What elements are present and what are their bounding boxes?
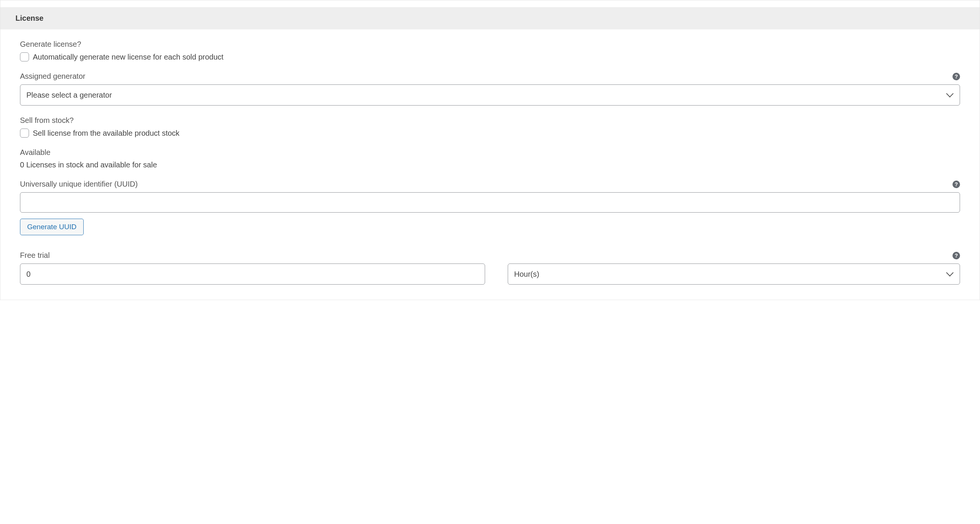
license-panel-header: License xyxy=(0,7,980,29)
uuid-input[interactable] xyxy=(20,192,960,213)
generate-license-checkbox-label: Automatically generate new license for e… xyxy=(33,53,224,61)
generate-license-row: Generate license? Automatically generate… xyxy=(20,40,960,61)
sell-from-stock-checkbox-label: Sell license from the available product … xyxy=(33,129,180,138)
sell-from-stock-label: Sell from stock? xyxy=(20,116,960,125)
generate-license-checkbox[interactable] xyxy=(20,53,29,61)
generate-uuid-row: Generate UUID xyxy=(20,219,960,235)
free-trial-label: Free trial xyxy=(20,251,50,260)
free-trial-value-input[interactable] xyxy=(20,263,485,285)
sell-from-stock-row: Sell from stock? Sell license from the a… xyxy=(20,116,960,138)
free-trial-row: Free trial ? Hour(s) xyxy=(20,251,960,285)
help-icon[interactable]: ? xyxy=(953,181,960,188)
help-icon[interactable]: ? xyxy=(953,252,960,260)
help-icon[interactable]: ? xyxy=(953,73,960,80)
uuid-row: Universally unique identifier (UUID) ? xyxy=(20,180,960,213)
sell-from-stock-checkbox[interactable] xyxy=(20,129,29,138)
uuid-label: Universally unique identifier (UUID) xyxy=(20,180,138,188)
license-panel-body: Generate license? Automatically generate… xyxy=(5,29,975,288)
free-trial-unit-select-wrap: Hour(s) xyxy=(508,263,960,285)
assigned-generator-select[interactable]: Please select a generator xyxy=(20,84,960,105)
assigned-generator-label: Assigned generator xyxy=(20,72,85,81)
panel-title: License xyxy=(16,14,964,22)
available-text: 0 Licenses in stock and available for sa… xyxy=(20,161,960,169)
generate-uuid-button[interactable]: Generate UUID xyxy=(20,219,84,235)
free-trial-unit-select[interactable]: Hour(s) xyxy=(508,263,960,285)
assigned-generator-select-wrap: Please select a generator xyxy=(20,84,960,105)
assigned-generator-row: Assigned generator ? Please select a gen… xyxy=(20,72,960,105)
generate-license-checkbox-wrap[interactable]: Automatically generate new license for e… xyxy=(20,53,960,61)
available-row: Available 0 Licenses in stock and availa… xyxy=(20,148,960,169)
available-label: Available xyxy=(20,148,960,157)
generate-license-label: Generate license? xyxy=(20,40,960,49)
sell-from-stock-checkbox-wrap[interactable]: Sell license from the available product … xyxy=(20,129,960,138)
